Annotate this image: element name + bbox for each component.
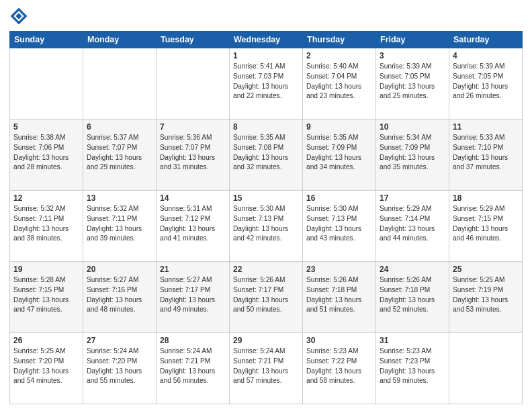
cell-content: Sunrise: 5:24 AM Sunset: 7:20 PM Dayligh… (87, 347, 152, 386)
calendar-cell (449, 333, 523, 404)
weekday-header: Thursday (303, 32, 376, 48)
calendar-cell: 4Sunrise: 5:39 AM Sunset: 7:05 PM Daylig… (449, 48, 523, 120)
calendar-cell: 26Sunrise: 5:25 AM Sunset: 7:20 PM Dayli… (10, 333, 83, 404)
day-number: 18 (453, 193, 519, 203)
cell-content: Sunrise: 5:29 AM Sunset: 7:15 PM Dayligh… (453, 204, 519, 244)
day-number: 25 (453, 265, 519, 274)
calendar-table: SundayMondayTuesdayWednesdayThursdayFrid… (9, 31, 523, 404)
cell-content: Sunrise: 5:36 AM Sunset: 7:07 PM Dayligh… (160, 133, 226, 173)
cell-content: Sunrise: 5:25 AM Sunset: 7:19 PM Dayligh… (453, 275, 519, 315)
cell-content: Sunrise: 5:33 AM Sunset: 7:10 PM Dayligh… (453, 133, 519, 173)
cell-content: Sunrise: 5:31 AM Sunset: 7:12 PM Dayligh… (160, 204, 226, 244)
day-number: 2 (306, 51, 372, 60)
cell-content: Sunrise: 5:23 AM Sunset: 7:23 PM Dayligh… (380, 347, 445, 386)
calendar-cell: 30Sunrise: 5:23 AM Sunset: 7:22 PM Dayli… (303, 333, 376, 404)
calendar-cell: 20Sunrise: 5:27 AM Sunset: 7:16 PM Dayli… (83, 262, 157, 333)
calendar-cell: 12Sunrise: 5:32 AM Sunset: 7:11 PM Dayli… (10, 191, 83, 262)
day-number: 12 (13, 193, 79, 203)
cell-content: Sunrise: 5:35 AM Sunset: 7:08 PM Dayligh… (233, 133, 299, 173)
day-number: 28 (160, 336, 226, 345)
day-number: 23 (306, 265, 372, 274)
calendar-cell: 18Sunrise: 5:29 AM Sunset: 7:15 PM Dayli… (449, 191, 523, 262)
calendar-cell (83, 48, 157, 120)
cell-content: Sunrise: 5:39 AM Sunset: 7:05 PM Dayligh… (453, 62, 519, 101)
cell-content: Sunrise: 5:34 AM Sunset: 7:09 PM Dayligh… (380, 133, 445, 173)
day-number: 10 (380, 122, 445, 132)
calendar-cell: 24Sunrise: 5:26 AM Sunset: 7:18 PM Dayli… (376, 262, 449, 333)
cell-content: Sunrise: 5:30 AM Sunset: 7:13 PM Dayligh… (306, 204, 372, 244)
day-number: 17 (380, 193, 445, 203)
weekday-header: Sunday (10, 32, 83, 48)
day-number: 30 (306, 336, 372, 345)
day-number: 21 (160, 265, 226, 274)
day-number: 13 (87, 193, 152, 203)
day-number: 1 (233, 51, 299, 60)
day-number: 15 (233, 193, 299, 203)
calendar-cell: 1Sunrise: 5:41 AM Sunset: 7:03 PM Daylig… (230, 48, 303, 120)
cell-content: Sunrise: 5:27 AM Sunset: 7:16 PM Dayligh… (87, 275, 152, 315)
calendar-cell: 21Sunrise: 5:27 AM Sunset: 7:17 PM Dayli… (157, 262, 230, 333)
calendar-cell: 8Sunrise: 5:35 AM Sunset: 7:08 PM Daylig… (230, 120, 303, 191)
calendar-cell: 28Sunrise: 5:24 AM Sunset: 7:21 PM Dayli… (157, 333, 230, 404)
calendar-cell (10, 48, 83, 120)
weekday-header: Tuesday (157, 32, 230, 48)
cell-content: Sunrise: 5:39 AM Sunset: 7:05 PM Dayligh… (380, 62, 445, 101)
day-number: 27 (87, 336, 152, 345)
day-number: 9 (306, 122, 372, 132)
calendar-cell: 31Sunrise: 5:23 AM Sunset: 7:23 PM Dayli… (376, 333, 449, 404)
calendar-cell: 17Sunrise: 5:29 AM Sunset: 7:14 PM Dayli… (376, 191, 449, 262)
day-number: 8 (233, 122, 299, 132)
calendar-cell: 15Sunrise: 5:30 AM Sunset: 7:13 PM Dayli… (230, 191, 303, 262)
day-number: 11 (453, 122, 519, 132)
day-number: 26 (13, 336, 79, 345)
day-number: 31 (380, 336, 445, 345)
cell-content: Sunrise: 5:26 AM Sunset: 7:18 PM Dayligh… (380, 275, 445, 315)
cell-content: Sunrise: 5:26 AM Sunset: 7:17 PM Dayligh… (233, 275, 299, 315)
logo (9, 7, 31, 26)
weekday-header: Monday (83, 32, 157, 48)
day-number: 3 (380, 51, 445, 60)
weekday-header: Saturday (449, 32, 523, 48)
cell-content: Sunrise: 5:37 AM Sunset: 7:07 PM Dayligh… (87, 133, 152, 173)
cell-content: Sunrise: 5:28 AM Sunset: 7:15 PM Dayligh… (13, 275, 79, 315)
cell-content: Sunrise: 5:35 AM Sunset: 7:09 PM Dayligh… (306, 133, 372, 173)
cell-content: Sunrise: 5:25 AM Sunset: 7:20 PM Dayligh… (13, 347, 79, 386)
weekday-header: Friday (376, 32, 449, 48)
weekday-header: Wednesday (230, 32, 303, 48)
calendar-cell: 23Sunrise: 5:26 AM Sunset: 7:18 PM Dayli… (303, 262, 376, 333)
calendar-cell: 6Sunrise: 5:37 AM Sunset: 7:07 PM Daylig… (83, 120, 157, 191)
cell-content: Sunrise: 5:32 AM Sunset: 7:11 PM Dayligh… (87, 204, 152, 244)
calendar-cell: 3Sunrise: 5:39 AM Sunset: 7:05 PM Daylig… (376, 48, 449, 120)
cell-content: Sunrise: 5:30 AM Sunset: 7:13 PM Dayligh… (233, 204, 299, 244)
header (9, 7, 523, 26)
cell-content: Sunrise: 5:24 AM Sunset: 7:21 PM Dayligh… (233, 347, 299, 386)
calendar-cell: 14Sunrise: 5:31 AM Sunset: 7:12 PM Dayli… (157, 191, 230, 262)
cell-content: Sunrise: 5:24 AM Sunset: 7:21 PM Dayligh… (160, 347, 226, 386)
day-number: 7 (160, 122, 226, 132)
calendar-cell (157, 48, 230, 120)
cell-content: Sunrise: 5:38 AM Sunset: 7:06 PM Dayligh… (13, 133, 79, 173)
cell-content: Sunrise: 5:26 AM Sunset: 7:18 PM Dayligh… (306, 275, 372, 315)
day-number: 16 (306, 193, 372, 203)
day-number: 6 (87, 122, 152, 132)
day-number: 14 (160, 193, 226, 203)
day-number: 4 (453, 51, 519, 60)
cell-content: Sunrise: 5:27 AM Sunset: 7:17 PM Dayligh… (160, 275, 226, 315)
calendar-cell: 10Sunrise: 5:34 AM Sunset: 7:09 PM Dayli… (376, 120, 449, 191)
calendar-cell: 29Sunrise: 5:24 AM Sunset: 7:21 PM Dayli… (230, 333, 303, 404)
calendar-cell: 16Sunrise: 5:30 AM Sunset: 7:13 PM Dayli… (303, 191, 376, 262)
cell-content: Sunrise: 5:41 AM Sunset: 7:03 PM Dayligh… (233, 62, 299, 101)
day-number: 20 (87, 265, 152, 274)
page: SundayMondayTuesdayWednesdayThursdayFrid… (0, 0, 532, 411)
day-number: 29 (233, 336, 299, 345)
calendar-cell: 22Sunrise: 5:26 AM Sunset: 7:17 PM Dayli… (230, 262, 303, 333)
cell-content: Sunrise: 5:23 AM Sunset: 7:22 PM Dayligh… (306, 347, 372, 386)
calendar-cell: 5Sunrise: 5:38 AM Sunset: 7:06 PM Daylig… (10, 120, 83, 191)
day-number: 22 (233, 265, 299, 274)
logo-icon (9, 7, 28, 26)
day-number: 5 (13, 122, 79, 132)
cell-content: Sunrise: 5:32 AM Sunset: 7:11 PM Dayligh… (13, 204, 79, 244)
cell-content: Sunrise: 5:29 AM Sunset: 7:14 PM Dayligh… (380, 204, 445, 244)
calendar-cell: 19Sunrise: 5:28 AM Sunset: 7:15 PM Dayli… (10, 262, 83, 333)
calendar-cell: 2Sunrise: 5:40 AM Sunset: 7:04 PM Daylig… (303, 48, 376, 120)
